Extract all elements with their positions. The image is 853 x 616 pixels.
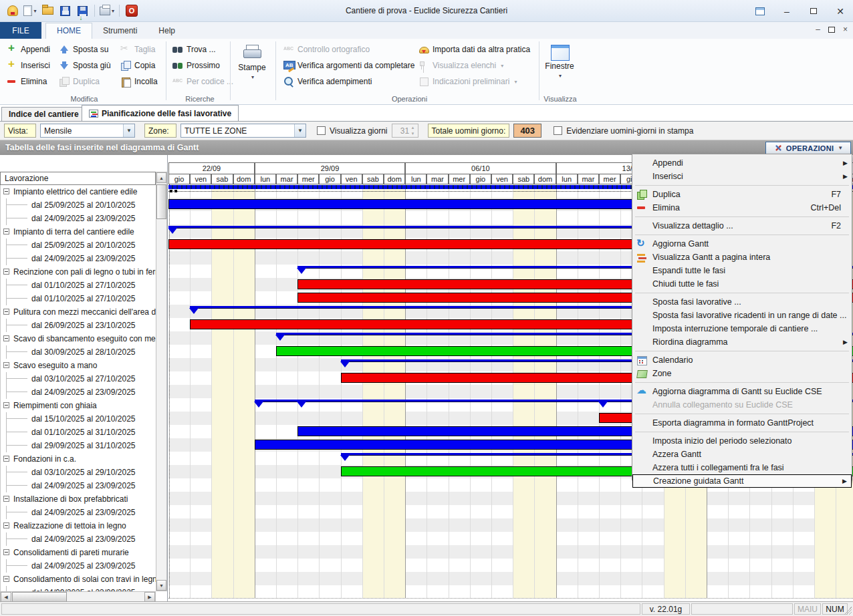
collapse-icon[interactable] xyxy=(3,269,9,275)
tree-phase-row[interactable]: Fondazioni in c.a. xyxy=(1,452,156,466)
window-icon[interactable] xyxy=(751,5,769,18)
tree-date-row[interactable]: dal 24/09/2025 al 23/09/2025 xyxy=(1,479,156,492)
scroll-up-button[interactable]: ▲ xyxy=(156,172,166,183)
tree-phase-row[interactable]: Installazione di box prefabbricati xyxy=(1,492,156,506)
mdi-restore-button[interactable] xyxy=(828,27,835,33)
tree-date-row[interactable]: dal 25/09/2025 al 20/10/2025 xyxy=(1,239,156,252)
tree-date-row[interactable]: dal 24/09/2025 al 23/09/2025 xyxy=(1,586,156,591)
tree-date-row[interactable]: dal 24/09/2025 al 23/09/2025 xyxy=(1,532,156,546)
scroll-thumb[interactable] xyxy=(12,592,67,602)
collapse-icon[interactable] xyxy=(3,362,9,368)
menu-item-inserisci[interactable]: Inserisci▶ xyxy=(632,170,852,183)
menu-item-azzera-gantt[interactable]: Azzera Gantt xyxy=(632,448,852,461)
menu-item-visualizza-dettaglio[interactable]: Visualizza dettaglio ...F2 xyxy=(632,219,852,233)
stampe-button[interactable]: Stampe ▾ xyxy=(234,41,270,93)
print-button[interactable]: ▾ xyxy=(100,3,114,18)
collapse-icon[interactable] xyxy=(3,188,9,194)
collapse-icon[interactable] xyxy=(3,549,9,555)
scroll-right-button[interactable]: ▶ xyxy=(144,592,155,602)
tab-indice-del-cantiere[interactable]: Indice del cantiere xyxy=(1,107,86,121)
menu-item-visualizza-gantt-a-pagina-intera[interactable]: Visualizza Gantt a pagina intera xyxy=(632,251,852,264)
ribbon-item-inserisci[interactable]: Inserisci xyxy=(4,57,53,73)
minimize-button[interactable]: – xyxy=(778,5,796,18)
tree-vertical-scrollbar[interactable]: ▲ ▼ xyxy=(156,172,167,591)
menu-item-aggiorna-gantt[interactable]: Aggiorna Gantt xyxy=(632,237,852,251)
collapse-icon[interactable] xyxy=(3,456,9,462)
menu-item-sposta-fasi-lavorative-ricadenti-in-un-range-di-date[interactable]: Sposta fasi lavorative ricadenti in un r… xyxy=(632,309,852,322)
exit-button[interactable]: O xyxy=(124,3,139,18)
evidenziare-checkbox[interactable] xyxy=(554,126,562,135)
tree-phase-row[interactable]: Consolidamento di solai con travi in leg… xyxy=(1,573,156,586)
scroll-thumb[interactable] xyxy=(156,184,166,219)
ribbon-item-incolla[interactable]: Incolla xyxy=(118,73,160,90)
menu-item-azzera-tutti-i-collegamenti-fra-le-fasi[interactable]: Azzera tutti i collegamenti fra le fasi xyxy=(632,461,852,474)
mdi-close-button[interactable]: × xyxy=(843,25,848,34)
operazioni-button[interactable]: OPERAZIONI ▼ xyxy=(765,142,851,154)
collapse-icon[interactable] xyxy=(3,522,9,528)
menu-item-sposta-fasi-lavorative[interactable]: Sposta fasi lavorative ... xyxy=(632,295,852,309)
tab-file[interactable]: FILE xyxy=(0,22,41,39)
ribbon-item-sposta-su[interactable]: Sposta su xyxy=(56,41,114,57)
tree-phase-row[interactable]: Impianto elettrico del cantiere edile xyxy=(1,185,156,198)
chevron-down-icon[interactable]: ▼ xyxy=(294,124,306,137)
save-button[interactable] xyxy=(57,3,72,18)
collapse-icon[interactable] xyxy=(3,309,9,315)
chevron-down-icon[interactable]: ▼ xyxy=(123,124,134,137)
tab-help[interactable]: Help xyxy=(148,23,186,39)
tree-date-row[interactable]: dal 24/09/2025 al 23/09/2025 xyxy=(1,386,156,399)
collapse-icon[interactable] xyxy=(3,335,9,341)
ribbon-item-appendi[interactable]: Appendi xyxy=(4,41,53,57)
tree-phase-row[interactable]: Recinzione con pali di legno o tubi in f… xyxy=(1,265,156,279)
menu-item-chiudi-tutte-le-fasi[interactable]: Chiudi tutte le fasi xyxy=(632,277,852,291)
ribbon-item-prossimo[interactable]: Prossimo xyxy=(170,57,236,73)
tree-date-row[interactable]: dal 24/09/2025 al 23/09/2025 xyxy=(1,252,156,265)
tree-date-row[interactable]: dal 15/10/2025 al 20/10/2025 xyxy=(1,412,156,426)
ribbon-item-importa-dati-da-altra-pratica[interactable]: Importa dati da altra pratica xyxy=(416,41,533,57)
tree-phase-row[interactable]: Impianto di terra del cantiere edile xyxy=(1,225,156,239)
menu-item-riordina-diagramma[interactable]: Riordina diagramma▶ xyxy=(632,335,852,349)
menu-item-aggiorna-diagramma-di-gantt-su-euclide-cse[interactable]: Aggiorna diagramma di Gantt su Euclide C… xyxy=(632,385,852,398)
tree-phase-row[interactable]: Realizzazione di tettoia in legno xyxy=(1,519,156,532)
collapse-icon[interactable] xyxy=(3,576,9,582)
tree-phase-row[interactable]: Pulitura con mezzi meccanici dell'area d… xyxy=(1,305,156,319)
scroll-left-button[interactable]: ◀ xyxy=(1,592,11,602)
tree-date-row[interactable]: dal 29/09/2025 al 31/10/2025 xyxy=(1,439,156,452)
resize-grip[interactable] xyxy=(844,607,852,615)
ribbon-item-copia[interactable]: Copia xyxy=(118,57,160,73)
ribbon-item-verifica-argomenti-da-completare[interactable]: Verifica argomenti da completare xyxy=(281,57,417,73)
tree-phase-row[interactable]: Riempimenti con ghiaia xyxy=(1,399,156,412)
ribbon-item-trova[interactable]: Trova ... xyxy=(170,41,236,57)
close-button[interactable]: ✕ xyxy=(832,5,849,18)
ribbon-item-verifica-adempimenti[interactable]: Verifica adempimenti xyxy=(281,73,417,90)
giorni-spinner[interactable]: 31 ▲▼ xyxy=(392,124,418,138)
ribbon-item-elimina[interactable]: Elimina xyxy=(4,73,53,90)
mdi-minimize-button[interactable]: – xyxy=(816,25,820,34)
collapse-icon[interactable] xyxy=(3,402,9,408)
menu-item-duplica[interactable]: DuplicaF7 xyxy=(632,188,852,201)
menu-item-creazione-guidata-gantt[interactable]: Creazione guidata Gantt▶ xyxy=(632,474,852,488)
maximize-button[interactable] xyxy=(805,5,822,18)
tree-date-row[interactable]: dal 24/09/2025 al 23/09/2025 xyxy=(1,212,156,225)
menu-item-espandi-tutte-le-fasi[interactable]: Espandi tutte le fasi xyxy=(632,264,852,277)
menu-item-esporta-diagramma-in-formato-ganttproject[interactable]: Esporta diagramma in formato GanttProjec… xyxy=(632,416,852,430)
tab-pianificazione-fasi[interactable]: Pianificazione delle fasi lavorative xyxy=(82,105,239,121)
tree-phase-row[interactable]: Scavo di sbancamento eseguito con mezzi.… xyxy=(1,332,156,345)
save-all-button[interactable] xyxy=(75,3,90,18)
open-button[interactable] xyxy=(40,3,55,18)
tree-date-row[interactable]: dal 24/09/2025 al 23/09/2025 xyxy=(1,506,156,519)
menu-item-elimina[interactable]: EliminaCtrl+Del xyxy=(632,201,852,214)
tree-date-row[interactable]: dal 01/10/2025 al 31/10/2025 xyxy=(1,426,156,439)
menu-item-zone[interactable]: Zone xyxy=(632,367,852,380)
zone-combobox[interactable]: TUTTE LE ZONE ▼ xyxy=(180,124,306,138)
tree-date-row[interactable]: dal 01/10/2025 al 27/10/2025 xyxy=(1,292,156,305)
tree-date-row[interactable]: dal 03/10/2025 al 27/10/2025 xyxy=(1,372,156,386)
vista-combobox[interactable]: Mensile ▼ xyxy=(40,124,135,138)
menu-item-imposta-interruzione-temporale-di-cantiere[interactable]: Imposta interruzione temporale di cantie… xyxy=(632,322,852,335)
ribbon-item-sposta-gi[interactable]: Sposta giù xyxy=(56,57,114,73)
finestre-button[interactable]: Finestre ▾ xyxy=(541,41,578,93)
new-document-button[interactable]: ▾ xyxy=(23,3,37,18)
collapse-icon[interactable] xyxy=(3,496,9,502)
tree-phase-row[interactable]: Consolidamenti di pareti murarie xyxy=(1,546,156,559)
tab-strumenti[interactable]: Strumenti xyxy=(92,23,148,39)
menu-item-appendi[interactable]: Appendi▶ xyxy=(632,156,852,170)
